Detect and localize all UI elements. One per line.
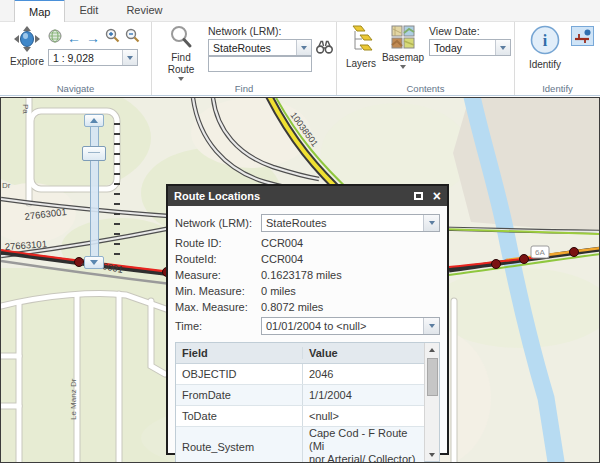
identify-route-locations-tool[interactable] — [571, 26, 594, 46]
route-id-label: Route ID: — [175, 237, 261, 249]
ribbon: Map Edit Review Explore — [0, 0, 600, 97]
street-label-dr: Dr — [2, 181, 11, 190]
chevron-down-icon — [500, 46, 506, 50]
dialog-network-label: Network (LRM): — [175, 217, 261, 229]
view-date-fields: View Date: Today — [429, 25, 509, 56]
measure-row: Measure: 0.1623178 miles — [175, 267, 440, 283]
close-icon[interactable]: × — [433, 190, 441, 202]
forward-arrow-icon[interactable]: → — [86, 31, 100, 45]
attributes-table: Field Value OBJECTID2046FromDate1/1/2004… — [175, 342, 440, 462]
time-row: Time: 01/01/2004 to <null> — [175, 316, 440, 336]
tab-map[interactable]: Map — [14, 0, 65, 22]
field-cell: Route_System — [176, 441, 302, 453]
dialog-network-value: StateRoutes — [262, 217, 423, 229]
dialog-title: Route Locations — [174, 190, 414, 202]
street-label-le-manz-dr: Le Manz Dr — [69, 378, 78, 420]
layers-button[interactable]: Layers — [342, 25, 380, 69]
layers-icon — [348, 25, 374, 57]
dialog-network-combo[interactable]: StateRoutes — [261, 214, 440, 232]
measure-label: Measure: — [175, 269, 261, 281]
chevron-down-icon — [90, 260, 98, 265]
table-row[interactable]: FromDate1/1/2004 — [176, 385, 424, 406]
dialog-network-dropdown-button[interactable] — [423, 215, 439, 231]
scroll-down-button[interactable] — [425, 448, 439, 461]
value-cell: <null> — [302, 406, 424, 426]
view-date-dropdown-button[interactable] — [495, 40, 510, 55]
zoom-slider-up-button[interactable] — [84, 114, 104, 127]
network-lrm-label: Network (LRM): — [208, 25, 312, 37]
view-date-combo[interactable]: Today — [429, 39, 511, 56]
group-label-find: Find — [152, 83, 336, 94]
route-id-row: Route ID: CCR004 — [175, 235, 440, 251]
field-column-header: Field — [176, 347, 302, 359]
tab-strip: Map Edit Review — [0, 0, 600, 22]
explore-button[interactable]: Explore — [6, 25, 48, 67]
zoom-in-icon[interactable] — [105, 28, 120, 47]
zoom-slider-down-button[interactable] — [84, 256, 104, 269]
find-fields: Network (LRM): StateRoutes — [208, 25, 312, 72]
group-identify: i Identify Identify — [515, 22, 600, 95]
table-row[interactable]: ToDate<null> — [176, 406, 424, 427]
network-lrm-combo[interactable]: StateRoutes — [208, 39, 312, 56]
basemap-button[interactable]: Basemap — [381, 25, 425, 69]
chevron-down-icon — [400, 65, 406, 69]
min-measure-label: Min. Measure: — [175, 285, 261, 297]
identify-button[interactable]: i Identify — [523, 24, 567, 70]
tab-review[interactable]: Review — [112, 0, 176, 21]
navigate-icons: ← → — [48, 28, 140, 47]
chevron-down-icon — [178, 77, 184, 81]
binoculars-icon[interactable] — [316, 40, 333, 58]
map-scale-value: 1 : 9,028 — [49, 52, 122, 64]
dialog-body: Network (LRM): StateRoutes Route ID: CCR… — [168, 206, 447, 463]
table-row[interactable]: OBJECTID2046 — [176, 364, 424, 385]
group-label-navigate: Navigate — [0, 83, 151, 94]
dialog-title-bar[interactable]: Route Locations × — [168, 186, 447, 206]
value-cell: 1/1/2004 — [302, 385, 424, 405]
measure-value: 0.1623178 miles — [261, 269, 440, 281]
dialog-table-body: OBJECTID2046FromDate1/1/2004ToDate<null>… — [176, 364, 424, 463]
identify-route-icon — [574, 29, 591, 44]
chevron-down-icon — [429, 324, 435, 328]
svg-text:i: i — [543, 32, 548, 49]
scrollbar-thumb[interactable] — [427, 358, 438, 396]
network-lrm-dropdown-button[interactable] — [296, 40, 311, 55]
explore-icon — [13, 25, 41, 55]
value-cell: Cape Cod - F Route (Minor Arterial/ Coll… — [302, 427, 424, 463]
field-cell: OBJECTID — [176, 368, 302, 380]
group-navigate: Explore ← → — [0, 22, 152, 95]
find-route-button[interactable]: Find Route — [160, 25, 202, 81]
zoom-slider-thumb[interactable] — [82, 146, 106, 161]
time-value: 01/01/2004 to <null> — [262, 320, 423, 332]
back-arrow-icon[interactable]: ← — [67, 31, 81, 45]
time-dropdown-button[interactable] — [423, 318, 439, 334]
view-date-label: View Date: — [429, 25, 509, 37]
route-id-input[interactable] — [208, 56, 312, 72]
route-shield: 6A — [531, 246, 549, 258]
max-measure-label: Max. Measure: — [175, 301, 261, 313]
map-scale-combo[interactable]: 1 : 9,028 — [48, 49, 138, 66]
time-combo[interactable]: 01/01/2004 to <null> — [261, 317, 440, 335]
map-canvas[interactable]: 6A Pa Dr 27663001 27663101 27726001 1003… — [0, 97, 600, 463]
zoom-slider-ticks — [114, 123, 120, 261]
scroll-up-button[interactable] — [425, 343, 439, 356]
zoom-slider-track[interactable] — [90, 118, 99, 268]
network-lrm-value: StateRoutes — [209, 42, 296, 54]
field-cell: ToDate — [176, 410, 302, 422]
network-row: Network (LRM): StateRoutes — [175, 213, 440, 233]
zoom-out-icon[interactable] — [125, 28, 140, 47]
max-measure-row: Max. Measure: 0.8072 miles — [175, 299, 440, 315]
table-scrollbar[interactable] — [424, 343, 439, 461]
globe-icon[interactable] — [48, 29, 62, 47]
identify-icon: i — [529, 24, 561, 58]
routeid-value: CCR004 — [261, 253, 440, 265]
identify-label: Identify — [529, 59, 561, 70]
time-label: Time: — [175, 320, 261, 332]
tab-edit[interactable]: Edit — [65, 0, 112, 21]
explore-label: Explore — [10, 56, 44, 67]
view-date-value: Today — [430, 42, 495, 54]
maximize-icon[interactable] — [414, 192, 423, 200]
attributes-table-header: Field Value — [176, 343, 424, 364]
field-cell: FromDate — [176, 389, 302, 401]
table-row[interactable]: Route_SystemCape Cod - F Route (Minor Ar… — [176, 427, 424, 463]
map-scale-dropdown-button[interactable] — [122, 50, 137, 65]
